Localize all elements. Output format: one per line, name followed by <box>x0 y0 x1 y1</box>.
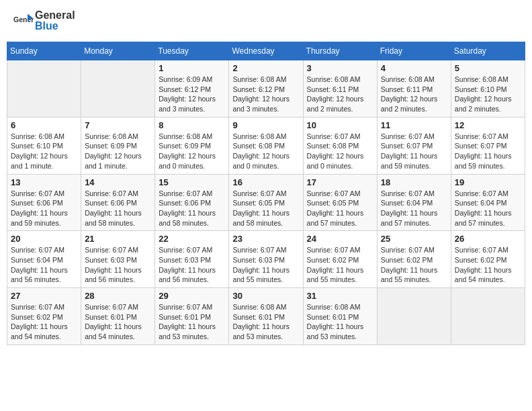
calendar-cell: 19Sunrise: 6:07 AM Sunset: 6:04 PM Dayli… <box>451 174 525 231</box>
day-info: Sunrise: 6:07 AM Sunset: 6:01 PM Dayligh… <box>85 302 151 342</box>
calendar-cell: 20Sunrise: 6:07 AM Sunset: 6:04 PM Dayli… <box>7 231 81 288</box>
calendar-cell: 3Sunrise: 6:08 AM Sunset: 6:11 PM Daylig… <box>303 60 377 118</box>
day-number: 9 <box>232 120 299 130</box>
day-info: Sunrise: 6:07 AM Sunset: 6:04 PM Dayligh… <box>11 245 77 285</box>
calendar-cell: 25Sunrise: 6:07 AM Sunset: 6:02 PM Dayli… <box>377 231 451 288</box>
calendar-cell: 4Sunrise: 6:08 AM Sunset: 6:11 PM Daylig… <box>377 60 451 118</box>
day-info: Sunrise: 6:08 AM Sunset: 6:01 PM Dayligh… <box>232 302 299 342</box>
calendar-cell: 23Sunrise: 6:07 AM Sunset: 6:03 PM Dayli… <box>229 231 303 288</box>
calendar-cell: 6Sunrise: 6:08 AM Sunset: 6:10 PM Daylig… <box>7 117 81 174</box>
weekday-header-tuesday: Tuesday <box>155 42 229 60</box>
calendar-cell: 14Sunrise: 6:07 AM Sunset: 6:06 PM Dayli… <box>81 174 155 231</box>
calendar-cell <box>451 288 525 345</box>
calendar-cell: 13Sunrise: 6:07 AM Sunset: 6:06 PM Dayli… <box>7 174 81 231</box>
day-number: 3 <box>307 63 373 73</box>
week-row-4: 20Sunrise: 6:07 AM Sunset: 6:04 PM Dayli… <box>7 231 525 288</box>
day-info: Sunrise: 6:08 AM Sunset: 6:01 PM Dayligh… <box>307 302 373 342</box>
weekday-header-sunday: Sunday <box>7 42 81 60</box>
day-number: 17 <box>307 177 373 187</box>
calendar-cell: 5Sunrise: 6:08 AM Sunset: 6:10 PM Daylig… <box>451 60 525 118</box>
day-number: 1 <box>159 63 225 73</box>
day-info: Sunrise: 6:08 AM Sunset: 6:08 PM Dayligh… <box>232 132 299 171</box>
day-info: Sunrise: 6:09 AM Sunset: 6:12 PM Dayligh… <box>159 75 225 114</box>
day-info: Sunrise: 6:07 AM Sunset: 6:03 PM Dayligh… <box>232 245 299 285</box>
day-number: 12 <box>455 120 521 130</box>
day-info: Sunrise: 6:08 AM Sunset: 6:10 PM Dayligh… <box>455 75 521 114</box>
calendar-cell <box>377 288 451 345</box>
calendar-cell: 28Sunrise: 6:07 AM Sunset: 6:01 PM Dayli… <box>81 288 155 345</box>
calendar-cell: 7Sunrise: 6:08 AM Sunset: 6:09 PM Daylig… <box>81 117 155 174</box>
logo-blue: Blue <box>35 21 75 32</box>
day-info: Sunrise: 6:07 AM Sunset: 6:04 PM Dayligh… <box>455 189 521 228</box>
calendar-cell: 26Sunrise: 6:07 AM Sunset: 6:02 PM Dayli… <box>451 231 525 288</box>
day-info: Sunrise: 6:07 AM Sunset: 6:07 PM Dayligh… <box>381 132 447 171</box>
calendar-cell: 29Sunrise: 6:07 AM Sunset: 6:01 PM Dayli… <box>155 288 229 345</box>
day-number: 21 <box>85 234 151 244</box>
day-number: 13 <box>11 177 77 187</box>
calendar-cell: 8Sunrise: 6:08 AM Sunset: 6:09 PM Daylig… <box>155 117 229 174</box>
calendar-cell: 27Sunrise: 6:07 AM Sunset: 6:02 PM Dayli… <box>7 288 81 345</box>
day-info: Sunrise: 6:07 AM Sunset: 6:08 PM Dayligh… <box>307 132 373 171</box>
calendar-cell: 9Sunrise: 6:08 AM Sunset: 6:08 PM Daylig… <box>229 117 303 174</box>
day-number: 11 <box>381 120 447 130</box>
weekday-header-monday: Monday <box>81 42 155 60</box>
day-info: Sunrise: 6:07 AM Sunset: 6:05 PM Dayligh… <box>232 189 299 228</box>
day-info: Sunrise: 6:07 AM Sunset: 6:06 PM Dayligh… <box>85 189 151 228</box>
calendar-cell: 18Sunrise: 6:07 AM Sunset: 6:04 PM Dayli… <box>377 174 451 231</box>
day-number: 20 <box>11 234 77 244</box>
day-info: Sunrise: 6:07 AM Sunset: 6:07 PM Dayligh… <box>455 132 521 171</box>
calendar-cell: 17Sunrise: 6:07 AM Sunset: 6:05 PM Dayli… <box>303 174 377 231</box>
day-number: 29 <box>159 291 225 301</box>
day-info: Sunrise: 6:08 AM Sunset: 6:11 PM Dayligh… <box>381 75 447 114</box>
day-number: 7 <box>85 120 151 130</box>
day-number: 4 <box>381 63 447 73</box>
weekday-header-saturday: Saturday <box>451 42 525 60</box>
day-number: 22 <box>159 234 225 244</box>
day-number: 27 <box>11 291 77 301</box>
day-number: 31 <box>307 291 373 301</box>
day-info: Sunrise: 6:07 AM Sunset: 6:02 PM Dayligh… <box>307 245 373 285</box>
day-number: 28 <box>85 291 151 301</box>
day-number: 24 <box>307 234 373 244</box>
day-info: Sunrise: 6:08 AM Sunset: 6:11 PM Dayligh… <box>307 75 373 114</box>
calendar-cell: 1Sunrise: 6:09 AM Sunset: 6:12 PM Daylig… <box>155 60 229 118</box>
calendar-cell: 22Sunrise: 6:07 AM Sunset: 6:03 PM Dayli… <box>155 231 229 288</box>
day-number: 14 <box>85 177 151 187</box>
week-row-3: 13Sunrise: 6:07 AM Sunset: 6:06 PM Dayli… <box>7 174 525 231</box>
calendar-cell: 2Sunrise: 6:08 AM Sunset: 6:12 PM Daylig… <box>229 60 303 118</box>
week-row-5: 27Sunrise: 6:07 AM Sunset: 6:02 PM Dayli… <box>7 288 525 345</box>
day-info: Sunrise: 6:08 AM Sunset: 6:10 PM Dayligh… <box>11 132 77 171</box>
logo-general: General <box>35 9 75 21</box>
logo-icon: General <box>13 13 34 29</box>
day-number: 26 <box>455 234 521 244</box>
weekday-header-wednesday: Wednesday <box>229 42 303 60</box>
calendar-cell <box>81 60 155 118</box>
calendar-cell: 10Sunrise: 6:07 AM Sunset: 6:08 PM Dayli… <box>303 117 377 174</box>
day-number: 2 <box>232 63 299 73</box>
calendar-cell <box>7 60 81 118</box>
day-number: 8 <box>159 120 225 130</box>
calendar-cell: 12Sunrise: 6:07 AM Sunset: 6:07 PM Dayli… <box>451 117 525 174</box>
calendar-cell: 11Sunrise: 6:07 AM Sunset: 6:07 PM Dayli… <box>377 117 451 174</box>
day-number: 5 <box>455 63 521 73</box>
logo: General General Blue <box>13 10 75 32</box>
calendar-cell: 30Sunrise: 6:08 AM Sunset: 6:01 PM Dayli… <box>229 288 303 345</box>
calendar-cell: 24Sunrise: 6:07 AM Sunset: 6:02 PM Dayli… <box>303 231 377 288</box>
day-info: Sunrise: 6:08 AM Sunset: 6:09 PM Dayligh… <box>85 132 151 171</box>
day-number: 16 <box>232 177 299 187</box>
calendar-cell: 21Sunrise: 6:07 AM Sunset: 6:03 PM Dayli… <box>81 231 155 288</box>
day-info: Sunrise: 6:07 AM Sunset: 6:02 PM Dayligh… <box>455 245 521 285</box>
week-row-1: 1Sunrise: 6:09 AM Sunset: 6:12 PM Daylig… <box>7 60 525 118</box>
day-info: Sunrise: 6:07 AM Sunset: 6:03 PM Dayligh… <box>159 245 225 285</box>
week-row-2: 6Sunrise: 6:08 AM Sunset: 6:10 PM Daylig… <box>7 117 525 174</box>
day-number: 23 <box>232 234 299 244</box>
day-number: 6 <box>11 120 77 130</box>
day-number: 10 <box>307 120 373 130</box>
day-info: Sunrise: 6:07 AM Sunset: 6:02 PM Dayligh… <box>11 302 77 342</box>
day-info: Sunrise: 6:07 AM Sunset: 6:04 PM Dayligh… <box>381 189 447 228</box>
day-info: Sunrise: 6:07 AM Sunset: 6:03 PM Dayligh… <box>85 245 151 285</box>
day-info: Sunrise: 6:07 AM Sunset: 6:02 PM Dayligh… <box>381 245 447 285</box>
day-info: Sunrise: 6:07 AM Sunset: 6:06 PM Dayligh… <box>11 189 77 228</box>
weekday-header-row: SundayMondayTuesdayWednesdayThursdayFrid… <box>7 42 525 60</box>
calendar-cell: 15Sunrise: 6:07 AM Sunset: 6:06 PM Dayli… <box>155 174 229 231</box>
